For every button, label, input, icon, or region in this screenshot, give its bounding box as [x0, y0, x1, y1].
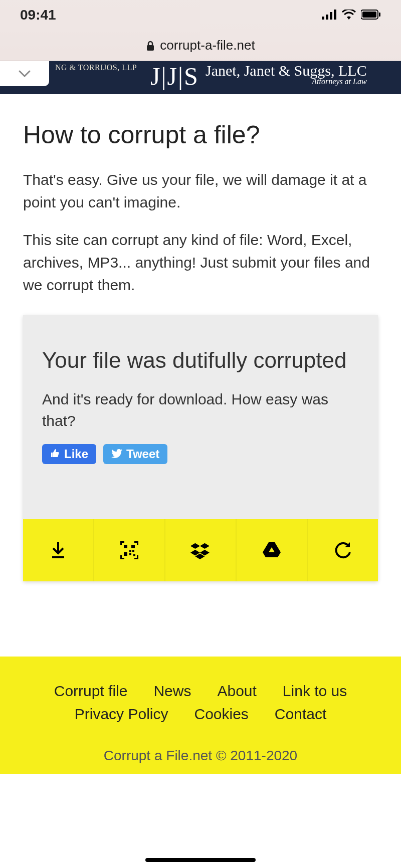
google-drive-icon — [261, 539, 283, 561]
svg-rect-10 — [131, 545, 135, 548]
twitter-bird-icon — [111, 447, 122, 461]
ad-collapse-button[interactable] — [0, 61, 49, 86]
home-indicator[interactable] — [145, 858, 256, 862]
status-indicators — [322, 7, 381, 23]
result-subtext: And it's ready for download. How easy wa… — [42, 388, 359, 432]
svg-rect-14 — [129, 553, 131, 555]
footer-link-about[interactable]: About — [217, 683, 256, 700]
svg-rect-5 — [362, 12, 376, 18]
cellular-icon — [322, 7, 337, 23]
svg-rect-0 — [322, 17, 324, 20]
chevron-down-icon — [17, 66, 33, 82]
download-button[interactable] — [23, 519, 94, 581]
svg-rect-1 — [326, 15, 328, 20]
footer-copyright: Corrupt a File.net © 2011-2020 — [20, 748, 381, 764]
refresh-button[interactable] — [308, 519, 378, 581]
result-heading: Your file was dutifully corrupted — [42, 339, 359, 381]
footer-link-contact[interactable]: Contact — [275, 706, 326, 723]
ad-logo-jjs: J|J|S — [150, 62, 199, 91]
footer-link-link-to-us[interactable]: Link to us — [283, 683, 347, 700]
svg-rect-15 — [133, 554, 135, 556]
ad-banner[interactable]: NG & TORRIJOS, LLP J|J|S Janet, Janet & … — [0, 61, 401, 94]
tweet-label: Tweet — [126, 447, 159, 461]
share-row: Like Tweet — [42, 444, 359, 519]
page-heading: How to corrupt a file? — [23, 120, 378, 149]
status-bar: 09:41 — [0, 0, 401, 30]
action-strip — [23, 519, 378, 581]
browser-address-bar[interactable]: corrupt-a-file.net — [0, 30, 401, 61]
ad-firm-name: Janet, Janet & Suggs, LLC — [206, 62, 367, 79]
svg-rect-6 — [379, 13, 380, 17]
intro-paragraph-1: That's easy. Give us your file, we will … — [23, 168, 378, 213]
svg-rect-11 — [124, 552, 127, 556]
intro-paragraph-2: This site can corrupt any kind of file: … — [23, 229, 378, 296]
dropbox-button[interactable] — [165, 519, 237, 581]
battery-icon — [361, 7, 381, 23]
download-icon — [47, 539, 69, 561]
svg-rect-2 — [330, 12, 332, 20]
twitter-tweet-button[interactable]: Tweet — [103, 444, 167, 464]
footer: Corrupt file News About Link to us Priva… — [0, 657, 401, 774]
footer-links: Corrupt file News About Link to us Priva… — [20, 680, 381, 726]
result-card: Your file was dutifully corrupted And it… — [23, 315, 378, 581]
footer-link-news[interactable]: News — [153, 683, 191, 700]
wifi-icon — [342, 7, 356, 23]
like-label: Like — [64, 447, 88, 461]
google-drive-button[interactable] — [237, 519, 308, 581]
footer-link-corrupt-file[interactable]: Corrupt file — [54, 683, 128, 700]
ad-text-right: Janet, Janet & Suggs, LLC Attorneys at L… — [206, 62, 367, 86]
thumbs-up-icon — [50, 447, 60, 461]
footer-link-cookies[interactable]: Cookies — [194, 706, 248, 723]
lock-icon — [146, 41, 155, 51]
svg-rect-12 — [129, 550, 131, 552]
facebook-like-button[interactable]: Like — [42, 444, 96, 464]
qr-code-button[interactable] — [94, 519, 165, 581]
footer-link-privacy[interactable]: Privacy Policy — [75, 706, 168, 723]
svg-rect-8 — [52, 556, 64, 558]
qr-code-icon — [118, 539, 140, 561]
refresh-icon — [332, 539, 354, 561]
status-time: 09:41 — [20, 7, 56, 23]
svg-rect-13 — [132, 550, 134, 552]
dropbox-icon — [189, 539, 212, 561]
ad-text-left: NG & TORRIJOS, LLP — [55, 63, 137, 72]
svg-rect-7 — [147, 45, 154, 51]
svg-rect-9 — [124, 545, 127, 548]
browser-domain: corrupt-a-file.net — [160, 38, 255, 53]
svg-rect-3 — [334, 10, 336, 20]
